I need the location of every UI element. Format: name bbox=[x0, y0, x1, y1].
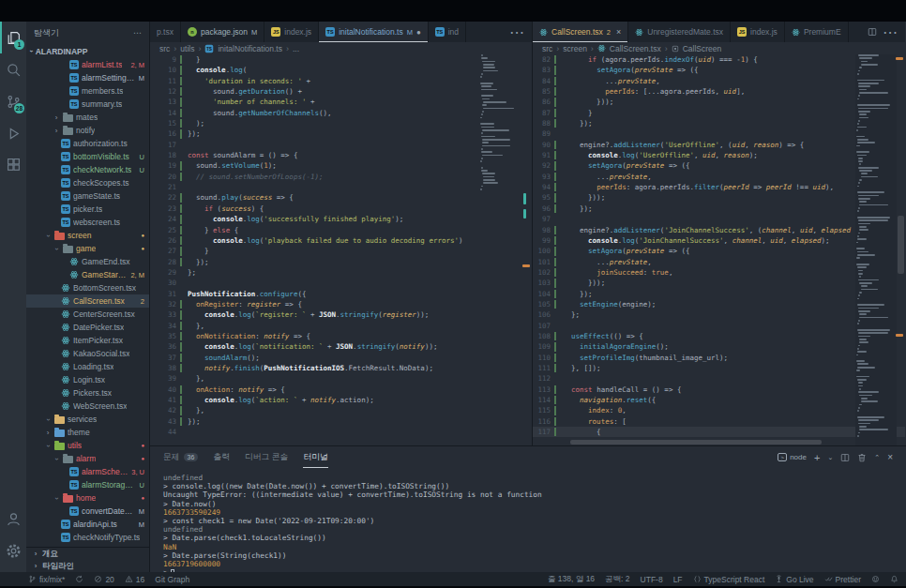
tree-folder[interactable]: ›screen● bbox=[26, 229, 149, 242]
status-item-error[interactable]: 20 bbox=[94, 575, 113, 584]
new-terminal-button[interactable]: + bbox=[814, 452, 820, 463]
tree-item[interactable]: WebScreen.tsx bbox=[26, 400, 149, 413]
status-item-branch[interactable]: fix/mix* bbox=[28, 575, 65, 584]
shell-selector[interactable]: > node bbox=[778, 453, 807, 461]
horizontal-scrollbar[interactable] bbox=[570, 440, 822, 445]
tree-item[interactable]: TSwebscreen.ts bbox=[26, 216, 149, 229]
status-item-braces[interactable]: TypeScript React bbox=[693, 575, 765, 584]
sidebar-section-타임라인[interactable]: ›타임라인 bbox=[26, 560, 149, 572]
tree-item[interactable]: GameEnd.tsx bbox=[26, 255, 149, 268]
tree-item[interactable]: GameStart.t...2, M bbox=[26, 268, 149, 281]
status-item-checks[interactable]: Prettier bbox=[824, 575, 861, 584]
tree-item[interactable]: TSgameState.ts bbox=[26, 189, 149, 203]
breadcrumb-item[interactable]: CallScreen bbox=[683, 44, 722, 53]
breadcrumb-item[interactable]: screen bbox=[563, 44, 587, 53]
status-item-bell[interactable] bbox=[890, 575, 898, 583]
overview-ruler-right[interactable] bbox=[895, 54, 905, 445]
editor-tab[interactable]: JSindex.js bbox=[264, 22, 319, 42]
minimap-right[interactable] bbox=[855, 54, 897, 445]
tree-item[interactable]: TSalardinApi.tsM bbox=[26, 518, 149, 531]
status-item-warning[interactable]: 16 bbox=[125, 575, 144, 584]
terminal-dropdown-chevron-icon[interactable]: ⌄ bbox=[827, 454, 833, 461]
editor-tab[interactable]: npackage.jsonM bbox=[181, 22, 264, 42]
editor-tab[interactable]: TSind bbox=[429, 22, 466, 42]
editor-tab[interactable]: UnregisteredMate.tsx bbox=[628, 22, 731, 42]
tree-item[interactable]: ItemPicker.tsx bbox=[26, 334, 149, 347]
tree-item[interactable]: KakaoSocial.tsx bbox=[26, 347, 149, 360]
kill-terminal-trash-icon[interactable] bbox=[857, 453, 867, 462]
panel-tab[interactable]: 디버그 콘솔 bbox=[245, 446, 288, 468]
tree-folder[interactable]: ›mates bbox=[26, 111, 149, 124]
overview-ruler-left[interactable] bbox=[521, 54, 532, 445]
terminal-output[interactable]: undefined> console.log((new Date(Date.no… bbox=[150, 468, 906, 572]
minimap-left[interactable] bbox=[480, 54, 521, 204]
tree-item[interactable]: TSpicker.ts bbox=[26, 203, 149, 216]
search-icon[interactable] bbox=[0, 53, 26, 85]
extensions-icon[interactable] bbox=[0, 149, 26, 181]
tree-item[interactable]: Loading.tsx bbox=[26, 360, 149, 373]
breadcrumb-item[interactable]: src bbox=[542, 44, 552, 53]
tree-folder[interactable]: ›utils● bbox=[26, 439, 149, 452]
explorer-icon[interactable]: 1 bbox=[0, 22, 26, 53]
panel-tab[interactable]: 출력 bbox=[213, 446, 230, 468]
status-item[interactable]: 공백: 2 bbox=[605, 574, 629, 585]
more-tabs-icon[interactable]: ⋯ bbox=[509, 23, 524, 41]
tree-item[interactable]: TSconvertDateTi...M bbox=[26, 505, 149, 518]
tree-item[interactable]: TSalarmStorage.tsU bbox=[26, 478, 149, 491]
code-area-left[interactable]: 9 }10 console.log(11 'duration in second… bbox=[150, 54, 532, 445]
split-terminal-icon[interactable] bbox=[840, 453, 850, 462]
tree-folder[interactable]: ›game● bbox=[26, 242, 149, 255]
tree-item[interactable]: Login.tsx bbox=[26, 373, 149, 386]
maximize-panel-icon[interactable]: ⌃ bbox=[874, 454, 880, 461]
status-item[interactable]: UTF-8 bbox=[641, 575, 663, 584]
tree-item[interactable]: BottomScreen.tsx bbox=[26, 281, 149, 294]
status-item-feedback[interactable] bbox=[871, 575, 880, 583]
tree-item[interactable]: DatePicker.tsx bbox=[26, 321, 149, 334]
tree-item[interactable]: CallScreen.tsx2 bbox=[26, 294, 149, 308]
tree-item[interactable]: TSalarmList.ts2, M bbox=[26, 58, 149, 71]
editor-tab[interactable]: CallScreen.tsx2× bbox=[533, 22, 628, 42]
breadcrumb-item[interactable]: src bbox=[159, 44, 170, 53]
panel-tab[interactable]: 터미널 bbox=[303, 446, 327, 468]
sidebar-section-개요[interactable]: ›개요 bbox=[26, 548, 149, 560]
panel-tab[interactable]: 문제36 bbox=[163, 446, 198, 468]
account-icon[interactable] bbox=[0, 503, 26, 535]
code-area-right[interactable]: 82 if (agora.peerIds.indexOf(uid) === -1… bbox=[533, 54, 905, 445]
close-tab-icon[interactable]: × bbox=[616, 27, 621, 37]
status-item-tower[interactable]: Go Live bbox=[775, 575, 813, 584]
breadcrumb-item[interactable]: utils bbox=[180, 44, 194, 53]
run-debug-icon[interactable] bbox=[0, 117, 26, 149]
tree-item[interactable]: TSbottomVisible.tsU bbox=[26, 150, 149, 163]
editor-tab[interactable]: p.tsx bbox=[150, 22, 181, 42]
sidebar-actions-icon[interactable]: ⋯ bbox=[133, 28, 142, 38]
tree-folder[interactable]: ›home● bbox=[26, 491, 149, 505]
editor-tab[interactable]: TSinitalNotification.tsM● bbox=[319, 22, 429, 42]
status-item[interactable]: LF bbox=[673, 575, 683, 584]
tree-folder[interactable]: ›alarm● bbox=[26, 452, 149, 465]
tree-item[interactable]: CenterScreen.tsx bbox=[26, 308, 149, 321]
tree-folder[interactable]: ›notify bbox=[26, 124, 149, 137]
tree-folder[interactable]: ›services bbox=[26, 413, 149, 426]
editor-tab[interactable]: PremiumE bbox=[785, 22, 849, 42]
breadcrumb-left[interactable]: src›utils›TSinitalNotification.ts›... bbox=[150, 42, 532, 54]
tree-item[interactable]: Pickers.tsx bbox=[26, 386, 149, 400]
more-tabs-icon[interactable]: ⋯ bbox=[883, 23, 898, 41]
breadcrumb-item[interactable]: ... bbox=[293, 44, 299, 53]
tree-item[interactable]: TSauthorization.ts bbox=[26, 137, 149, 150]
tree-folder[interactable]: ›theme bbox=[26, 426, 149, 439]
close-panel-icon[interactable]: × bbox=[887, 452, 893, 462]
explorer-section-header[interactable]: › ALARDINAPP bbox=[26, 44, 149, 58]
split-editor-icon[interactable] bbox=[868, 27, 877, 37]
breadcrumb-right[interactable]: src›screen›CallScreen.tsx›CallScreen bbox=[533, 42, 905, 54]
source-control-icon[interactable]: 28 bbox=[0, 85, 26, 117]
status-item[interactable]: 줄 138, 열 16 bbox=[548, 574, 595, 585]
settings-icon[interactable] bbox=[0, 535, 26, 566]
editor-tab[interactable]: JSindex.js bbox=[731, 22, 785, 42]
status-item[interactable]: Git Graph bbox=[155, 575, 189, 584]
tree-item[interactable]: TSalarmSettings.tsM bbox=[26, 71, 149, 84]
tree-item[interactable]: TSalarmSched...3, U bbox=[26, 465, 149, 478]
tree-item[interactable]: TSmembers.ts bbox=[26, 84, 149, 98]
tree-item[interactable]: TSsummary.ts bbox=[26, 98, 149, 111]
tree-item[interactable]: TScheckNetwork.tsU bbox=[26, 163, 149, 176]
breadcrumb-item[interactable]: CallScreen.tsx bbox=[610, 44, 661, 53]
